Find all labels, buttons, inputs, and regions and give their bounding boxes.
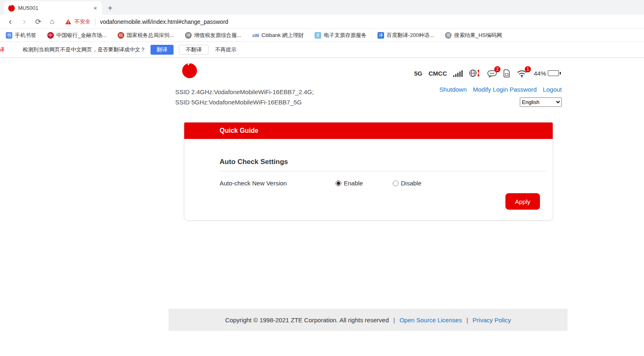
- vodafone-logo-icon: [182, 63, 197, 78]
- bookmark-favicon-icon: 书: [6, 32, 12, 39]
- tab-title: MU5001: [18, 5, 88, 11]
- sim-card-icon: [503, 69, 510, 78]
- bookmark-item[interactable]: 支 电子支票存票服务: [315, 32, 366, 39]
- search-result-icon: 搜: [445, 32, 452, 39]
- address-bar[interactable]: 不安全 vodafonemobile.wifi/index.html#chang…: [65, 18, 228, 25]
- browser-tab[interactable]: MU5001 ×: [4, 1, 102, 15]
- back-icon[interactable]: ‹: [5, 18, 16, 25]
- auto-check-label: Auto-check New Version: [220, 180, 336, 187]
- navigation-bar: ‹ › ⟳ ⌂ 不安全 vodafonemobile.wifi/index.ht…: [0, 15, 644, 29]
- baidu-translate-icon: 译: [378, 32, 384, 39]
- header-links-row: Shutdown Modify Login Password Logout: [439, 86, 562, 93]
- language-selector-wrap: English: [520, 97, 562, 107]
- section-title: Auto Check Settings: [220, 158, 546, 166]
- footer-separator: |: [466, 317, 468, 324]
- bookmark-label: 增值税发票综合服...: [194, 32, 241, 39]
- privacy-policy-link[interactable]: Privacy Policy: [473, 317, 511, 324]
- wifi-badge: 1: [525, 66, 531, 72]
- sms-badge: 2: [494, 66, 500, 72]
- forward-icon: ›: [19, 18, 30, 25]
- battery-percent: 44%: [534, 70, 546, 77]
- home-icon[interactable]: ⌂: [47, 17, 58, 26]
- auto-check-field-row: Auto-check New Version Enable Disable: [220, 180, 546, 187]
- bookmark-label: 国家税务总局深圳...: [127, 32, 174, 39]
- bookmark-label: 手机书签: [15, 32, 36, 39]
- bookmark-label: Citibank 網上理財: [262, 32, 304, 39]
- copyright-text: Copyright © 1998-2021 ZTE Corporation. A…: [225, 317, 389, 324]
- open-source-licenses-link[interactable]: Open Source Licenses: [399, 317, 462, 324]
- security-warning-icon: [65, 19, 72, 25]
- quick-guide-card: Quick Guide Auto Check Settings Auto-che…: [184, 122, 553, 221]
- translate-button[interactable]: 翻译: [151, 45, 174, 55]
- url-text[interactable]: vodafonemobile.wifi/index.html#change_pa…: [100, 18, 228, 25]
- address-divider: [95, 18, 95, 25]
- router-admin-page: SSID 2.4GHz:VodafoneMobileWiFi-16EBB7_2.…: [0, 58, 644, 356]
- modify-login-password-link[interactable]: Modify Login Password: [473, 86, 537, 93]
- ssid-line-5ghz: SSID 5GHz:VodafoneMobileWiFi-16EBB7_5G: [175, 97, 314, 107]
- enable-label: Enable: [344, 180, 363, 187]
- footer-separator: |: [393, 317, 395, 324]
- operator-label: CMCC: [429, 70, 447, 77]
- vodafone-favicon-icon: [8, 5, 15, 12]
- ssid-line-24ghz: SSID 2.4GHz:VodafoneMobileWiFi-16EBB7_2.…: [175, 87, 314, 97]
- status-icons-row: 5G CMCC: [414, 69, 561, 78]
- never-translate-link[interactable]: 不再提示: [215, 46, 236, 53]
- tab-strip: MU5001 × +: [0, 0, 644, 15]
- enable-radio[interactable]: [336, 180, 341, 186]
- card-body: Auto Check Settings Auto-check New Versi…: [184, 139, 553, 220]
- reload-icon[interactable]: ⟳: [33, 17, 44, 26]
- bookmark-item[interactable]: 税 国家税务总局深圳...: [118, 32, 174, 39]
- battery-cap: [560, 72, 561, 74]
- shutdown-link[interactable]: Shutdown: [439, 86, 467, 93]
- bookmark-label: 电子支票存票服务: [324, 32, 366, 39]
- tax-bureau-icon: 税: [118, 32, 124, 39]
- logout-link[interactable]: Logout: [543, 86, 562, 93]
- battery-icon: [548, 70, 559, 76]
- network-type-label: 5G: [414, 70, 422, 77]
- disable-radio[interactable]: [393, 180, 398, 186]
- close-tab-icon[interactable]: ×: [92, 5, 99, 12]
- no-translate-button[interactable]: 不翻译: [179, 45, 208, 55]
- card-title: Quick Guide: [220, 127, 258, 134]
- ssid-info: SSID 2.4GHz:VodafoneMobileWiFi-16EBB7_2.…: [175, 87, 314, 107]
- bank-of-china-icon: 中: [47, 32, 54, 39]
- wifi-icon[interactable]: 1: [517, 69, 528, 78]
- bookmark-item[interactable]: 搜 搜索结果_HS编码网: [445, 32, 502, 39]
- section-divider: [220, 171, 546, 171]
- translate-prompt-bar: 翻译 检测到当前网页不是中文网页，是否要翻译成中文？ 翻译 不翻译 不再提示: [0, 42, 644, 58]
- bookmark-item[interactable]: 中 中国银行_金融市场...: [47, 32, 107, 39]
- translate-edge-label[interactable]: 翻译: [0, 46, 7, 53]
- sms-message-icon[interactable]: 2: [487, 69, 497, 78]
- bookmark-label: 中国银行_金融市场...: [56, 32, 107, 39]
- language-select[interactable]: English: [520, 97, 562, 107]
- bookmark-label: 百度翻译-200种语...: [387, 32, 434, 39]
- security-label: 不安全: [74, 18, 90, 25]
- browser-chrome: MU5001 × + ‹ › ⟳ ⌂ 不安全 vodafonemobile.wi…: [0, 0, 644, 58]
- bookmark-item[interactable]: citi Citibank 網上理財: [253, 32, 304, 39]
- internet-globe-icon[interactable]: [469, 69, 481, 78]
- apply-row: Apply: [220, 193, 546, 210]
- signal-strength-icon: [453, 70, 463, 77]
- bookmark-item[interactable]: 译 百度翻译-200种语...: [378, 32, 434, 39]
- bookmarks-bar: 书 手机书签 中 中国银行_金融市场... 税 国家税务总局深圳... 增 增值…: [0, 29, 644, 42]
- battery-indicator: 44%: [534, 70, 561, 77]
- card-title-bar: Quick Guide: [184, 123, 553, 139]
- bookmark-item[interactable]: 书 手机书签: [6, 32, 36, 39]
- enable-radio-option[interactable]: Enable: [336, 180, 363, 187]
- bookmark-item[interactable]: 增 增值税发票综合服...: [185, 32, 241, 39]
- disable-label: Disable: [401, 180, 422, 187]
- vat-invoice-icon: 增: [185, 32, 192, 39]
- translate-message: 检测到当前网页不是中文网页，是否要翻译成中文？: [23, 46, 146, 53]
- bookmark-label: 搜索结果_HS编码网: [454, 32, 502, 39]
- site-footer: Copyright © 1998-2021 ZTE Corporation. A…: [169, 309, 568, 331]
- echeck-icon: 支: [315, 32, 321, 39]
- disable-radio-option[interactable]: Disable: [393, 180, 422, 187]
- apply-button[interactable]: Apply: [505, 193, 540, 210]
- citi-logo-icon: citi: [253, 32, 259, 39]
- site-header: SSID 2.4GHz:VodafoneMobileWiFi-16EBB7_2.…: [169, 62, 568, 108]
- new-tab-button[interactable]: +: [108, 4, 113, 13]
